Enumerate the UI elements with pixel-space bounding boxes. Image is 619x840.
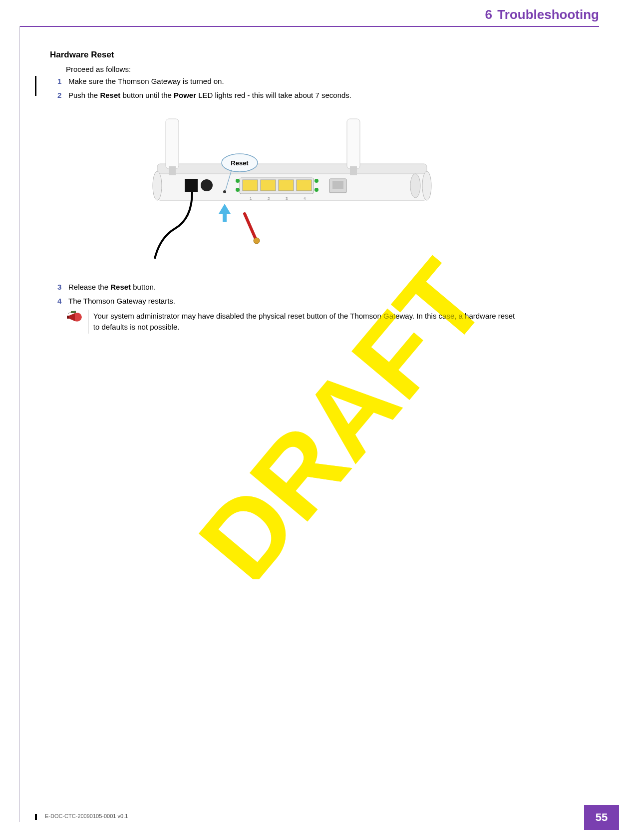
svg-text:4: 4 [304, 196, 306, 201]
megaphone-icon [66, 310, 84, 325]
footer-tick-icon [35, 814, 37, 820]
svg-text:Reset: Reset [231, 159, 249, 167]
left-margin-rule [19, 26, 20, 822]
intro-text: Proceed as follows: [66, 65, 131, 73]
svg-point-33 [254, 238, 260, 244]
svg-rect-5 [347, 119, 360, 169]
note-block: Your system administrator may have disab… [66, 310, 519, 334]
svg-marker-28 [219, 204, 231, 222]
step-number: 1 [57, 76, 68, 87]
svg-rect-3 [166, 119, 179, 169]
svg-rect-4 [169, 166, 176, 175]
svg-point-9 [410, 174, 420, 198]
svg-rect-6 [350, 166, 357, 175]
steps-list-bottom: 3 Release the Reset button. 4 The Thomso… [57, 282, 569, 310]
step-number: 2 [57, 90, 68, 101]
svg-rect-34 [67, 316, 69, 319]
step-body: Release the Reset button. [68, 282, 569, 293]
note-text: Your system administrator may have disab… [93, 310, 519, 334]
step-1: 1 Make sure the Thomson Gateway is turne… [57, 76, 569, 87]
router-illustration: 1 2 3 4 Reset [140, 114, 449, 259]
step-body: Push the Reset button until the Power LE… [68, 90, 569, 101]
svg-point-7 [153, 171, 162, 200]
chapter-number: 6 [485, 7, 492, 22]
step-2: 2 Push the Reset button until the Power … [57, 90, 569, 101]
section-title: Hardware Reset [50, 50, 114, 60]
svg-rect-14 [261, 180, 276, 191]
svg-rect-10 [185, 179, 198, 192]
svg-point-8 [422, 171, 431, 200]
page-header: 6 Troubleshooting [485, 7, 599, 22]
svg-rect-2 [157, 164, 427, 174]
svg-point-19 [314, 179, 318, 183]
svg-rect-35 [71, 311, 76, 313]
svg-point-27 [223, 190, 226, 193]
chapter-name: Troubleshooting [497, 7, 599, 22]
svg-line-32 [245, 214, 256, 239]
svg-point-18 [236, 188, 240, 192]
svg-text:1: 1 [250, 196, 252, 201]
svg-point-20 [314, 188, 318, 192]
change-bar-icon [35, 76, 36, 96]
step-3: 3 Release the Reset button. [57, 282, 569, 293]
svg-rect-26 [332, 181, 343, 189]
step-number: 3 [57, 282, 68, 293]
page-number: 55 [584, 805, 619, 830]
step-4: 4 The Thomson Gateway restarts. [57, 296, 569, 307]
svg-rect-16 [297, 180, 311, 191]
step-body: Make sure the Thomson Gateway is turned … [68, 76, 569, 87]
note-divider [88, 310, 88, 334]
step-body: The Thomson Gateway restarts. [68, 296, 569, 307]
steps-list-top: 1 Make sure the Thomson Gateway is turne… [57, 76, 569, 104]
step-number: 4 [57, 296, 68, 307]
svg-rect-13 [243, 180, 258, 191]
svg-point-17 [236, 179, 240, 183]
svg-text:2: 2 [268, 196, 270, 201]
svg-rect-15 [279, 180, 294, 191]
svg-text:3: 3 [286, 196, 288, 201]
svg-point-11 [201, 179, 213, 191]
header-rule [19, 26, 599, 27]
footer-doc-id: E-DOC-CTC-20090105-0001 v0.1 [45, 813, 128, 819]
